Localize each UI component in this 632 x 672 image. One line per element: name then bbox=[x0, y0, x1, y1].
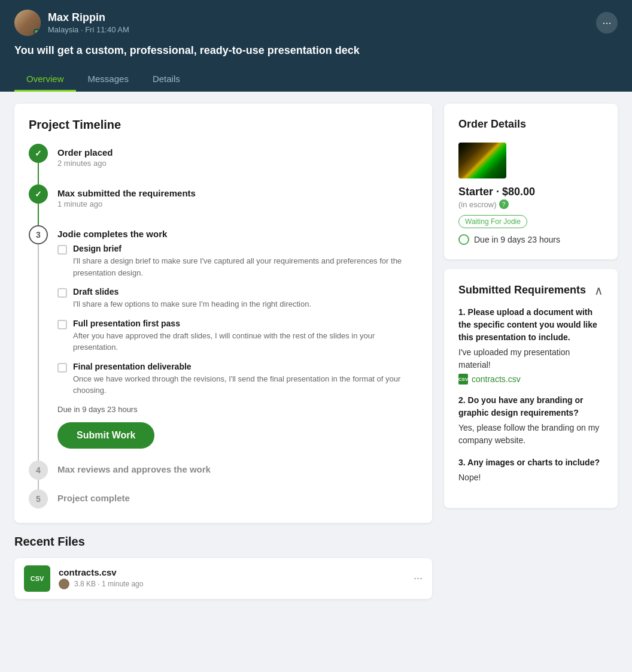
step-subtitle-1: 2 minutes ago bbox=[57, 159, 418, 168]
check-item-1: Design brief I'll share a design brief t… bbox=[57, 244, 418, 279]
check-label-3[interactable]: Full presentation first pass After you h… bbox=[57, 319, 418, 353]
timeline-step-3: 3 Jodie completes the work Design bri bbox=[29, 225, 418, 461]
check-item-2: Draft slides I'll share a few options to… bbox=[57, 287, 418, 310]
step-dot-3: 3 bbox=[29, 225, 48, 244]
step-number-4: 4 bbox=[36, 465, 41, 475]
step-dot-2: ✓ bbox=[29, 184, 48, 204]
timeline-connector-1: ✓ bbox=[29, 144, 48, 184]
submit-work-button[interactable]: Submit Work bbox=[57, 422, 154, 449]
check-desc-4: Once we have worked through the revision… bbox=[73, 373, 418, 396]
file-size: 3.8 KB · 1 minute ago bbox=[74, 580, 143, 588]
header: Max Rippin Malaysia · Fri 11:40 AM ··· Y… bbox=[0, 0, 632, 92]
step-title-1: Order placed bbox=[57, 144, 418, 158]
check-desc-1: I'll share a design brief to make sure I… bbox=[73, 255, 418, 279]
header-top: Max Rippin Malaysia · Fri 11:40 AM ··· bbox=[14, 10, 618, 36]
avatar bbox=[14, 10, 41, 36]
user-meta: Malaysia · Fri 11:40 AM bbox=[48, 25, 129, 34]
tab-messages[interactable]: Messages bbox=[76, 68, 141, 92]
navigation-tabs: Overview Messages Details bbox=[14, 68, 618, 92]
step-title-4: Max reviews and approves the work bbox=[57, 461, 418, 474]
req-file-link-1[interactable]: CSV contracts.csv bbox=[458, 374, 521, 385]
timeline-title: Project Timeline bbox=[29, 118, 418, 132]
escrow-label: (in escrow) bbox=[458, 200, 497, 209]
file-uploader-avatar bbox=[59, 579, 69, 589]
file-name: contracts.csv bbox=[59, 567, 143, 577]
step-content-1: Order placed 2 minutes ago bbox=[57, 144, 418, 184]
req-item-1: 1. Please upload a document with the spe… bbox=[458, 306, 603, 385]
check-item-4: Final presentation deliverable Once we h… bbox=[57, 362, 418, 396]
more-button[interactable]: ··· bbox=[596, 12, 618, 34]
check-title-1: Design brief bbox=[73, 244, 418, 253]
step-number-5: 5 bbox=[36, 494, 41, 504]
right-column: Order Details Starter · $80.00 (in escro… bbox=[444, 104, 618, 599]
step-content-4: Max reviews and approves the work bbox=[57, 461, 418, 489]
checkbox-2[interactable] bbox=[57, 288, 67, 298]
step-content-5: Project complete bbox=[57, 489, 418, 508]
tab-overview[interactable]: Overview bbox=[14, 68, 76, 92]
requirements-title: Submitted Requirements bbox=[458, 283, 586, 297]
waiting-badge: Waiting For Jodie bbox=[458, 215, 527, 228]
file-item-1: CSV contracts.csv 3.8 KB · 1 minute ago … bbox=[14, 558, 432, 599]
timeline-line-4 bbox=[38, 480, 39, 489]
checkmark-icon-1: ✓ bbox=[35, 149, 42, 158]
due-date-row: Due in 9 days 23 hours bbox=[458, 234, 603, 245]
timeline-connector-2: ✓ bbox=[29, 184, 48, 225]
step-title-5: Project complete bbox=[57, 489, 418, 503]
due-date-label: Due in 9 days 23 hours bbox=[474, 235, 560, 244]
file-more-button[interactable]: ··· bbox=[414, 572, 423, 585]
user-details: Max Rippin Malaysia · Fri 11:40 AM bbox=[48, 11, 129, 34]
step-title-2: Max submitted the requirements bbox=[57, 184, 418, 198]
check-label-4[interactable]: Final presentation deliverable Once we h… bbox=[57, 362, 418, 396]
req-answer-3: Nope! bbox=[458, 471, 603, 484]
main-content: Project Timeline ✓ Order placed 2 minute… bbox=[0, 92, 632, 611]
step-dot-5: 5 bbox=[29, 489, 48, 508]
step-subtitle-2: 1 minute ago bbox=[57, 199, 418, 208]
tab-details[interactable]: Details bbox=[141, 68, 192, 92]
timeline-connector-5: 5 bbox=[29, 489, 48, 508]
check-title-3: Full presentation first pass bbox=[73, 319, 418, 328]
step-content-3: Jodie completes the work Design brief I'… bbox=[57, 225, 418, 461]
collapse-requirements-button[interactable]: ∧ bbox=[594, 283, 603, 298]
checkbox-1[interactable] bbox=[57, 245, 67, 255]
timeline-step-1: ✓ Order placed 2 minutes ago bbox=[29, 144, 418, 184]
check-text-2: Draft slides I'll share a few options to… bbox=[73, 287, 311, 310]
check-desc-2: I'll share a few options to make sure I'… bbox=[73, 298, 311, 310]
req-file-icon: CSV bbox=[458, 374, 468, 385]
left-column: Project Timeline ✓ Order placed 2 minute… bbox=[14, 104, 432, 599]
timeline-line-3 bbox=[38, 244, 39, 461]
check-text-3: Full presentation first pass After you h… bbox=[73, 319, 418, 353]
timeline-connector-4: 4 bbox=[29, 461, 48, 489]
user-name: Max Rippin bbox=[48, 11, 129, 24]
order-details-title: Order Details bbox=[458, 118, 603, 131]
recent-files-section: Recent Files CSV contracts.csv 3.8 KB · … bbox=[14, 535, 432, 599]
req-answer-1: I've uploaded my presentation material! bbox=[458, 346, 603, 371]
timeline-line-1 bbox=[38, 163, 39, 184]
timeline-step-5: 5 Project complete bbox=[29, 489, 418, 508]
step-dot-4: 4 bbox=[29, 461, 48, 480]
checkbox-3[interactable] bbox=[57, 320, 67, 329]
req-answer-2: Yes, please follow the branding on my co… bbox=[458, 422, 603, 447]
timeline-step-2: ✓ Max submitted the requirements 1 minut… bbox=[29, 184, 418, 225]
check-title-2: Draft slides bbox=[73, 287, 311, 296]
timeline-step-4: 4 Max reviews and approves the work bbox=[29, 461, 418, 489]
req-question-2: 2. Do you have any branding or graphic d… bbox=[458, 394, 603, 419]
req-question-3: 3. Any images or charts to include? bbox=[458, 456, 603, 469]
req-item-3: 3. Any images or charts to include? Nope… bbox=[458, 456, 603, 484]
order-thumbnail bbox=[458, 143, 506, 178]
step-title-3: Jodie completes the work bbox=[57, 225, 418, 239]
checkbox-4[interactable] bbox=[57, 363, 67, 373]
recent-files-title: Recent Files bbox=[14, 535, 432, 549]
check-label-2[interactable]: Draft slides I'll share a few options to… bbox=[57, 287, 418, 310]
timeline-line-2 bbox=[38, 204, 39, 225]
check-text-4: Final presentation deliverable Once we h… bbox=[73, 362, 418, 396]
order-escrow: (in escrow) ? bbox=[458, 199, 603, 209]
timeline-connector-3: 3 bbox=[29, 225, 48, 461]
checklist: Design brief I'll share a design brief t… bbox=[57, 244, 418, 396]
step-number-3: 3 bbox=[36, 230, 41, 240]
timeline: ✓ Order placed 2 minutes ago ✓ bbox=[29, 144, 418, 508]
check-label-1[interactable]: Design brief I'll share a design brief t… bbox=[57, 244, 418, 279]
order-price: Starter · $80.00 bbox=[458, 186, 603, 198]
project-timeline-card: Project Timeline ✓ Order placed 2 minute… bbox=[14, 104, 432, 523]
req-question-1: 1. Please upload a document with the spe… bbox=[458, 306, 603, 344]
escrow-info-icon[interactable]: ? bbox=[499, 199, 509, 209]
